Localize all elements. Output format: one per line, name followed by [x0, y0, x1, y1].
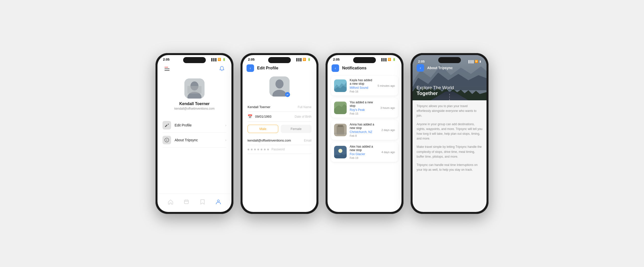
hero-title-line2: Together — [417, 91, 454, 96]
battery-icon-2: 🔋 — [307, 58, 311, 61]
back-button-3[interactable]: ‹ — [332, 64, 339, 72]
notif-img-2 — [334, 124, 347, 136]
notif-text-1: You added a new stop — [350, 101, 377, 108]
about-para-2: Make travel simple by letting Tripsync h… — [417, 145, 482, 159]
svg-point-15 — [275, 79, 284, 88]
edit-avatar[interactable] — [269, 76, 290, 97]
about-icon: i — [163, 136, 171, 144]
nav-trips[interactable] — [181, 197, 191, 207]
notif-item-2[interactable]: Anna has added a new stop Christchurch, … — [331, 120, 398, 140]
status-icons-1: ▐▐▐ 🛜 🔋 — [211, 58, 226, 61]
bottom-nav-1 — [157, 194, 231, 212]
notif-item-3[interactable]: Alex has added a new stop Fox Glacier Fe… — [331, 142, 398, 162]
wifi-icon-1: 🛜 — [218, 58, 221, 61]
svg-rect-1 — [165, 69, 170, 69]
hero-title-line1: Explore The World — [417, 85, 454, 91]
back-button-2[interactable]: ‹ — [247, 64, 254, 72]
gender-selector: Male Female — [248, 125, 311, 133]
notif-location-3: Fox Glacier — [350, 152, 378, 156]
notif-img-0 — [334, 79, 347, 92]
menu-icon-btn[interactable] — [163, 64, 172, 73]
svg-rect-0 — [165, 67, 168, 68]
profile-section: Kendall Toerner kendall@offsetinventions… — [157, 76, 231, 115]
status-icons-4: ▐▐▐ 🛜 ▮ — [468, 60, 481, 63]
dob-value: 09/01/1993 — [255, 115, 292, 118]
notif-body-3: Alex has added a new stop Fox Glacier Fe… — [350, 145, 378, 159]
dob-label: Date of Birth — [295, 115, 311, 118]
back-button-4[interactable]: ‹ — [417, 64, 424, 72]
about-label: About Tripsync — [175, 138, 225, 142]
wifi-icon-3: 🛜 — [388, 58, 391, 61]
svg-point-13 — [217, 200, 219, 202]
status-time-4: 2:05 — [418, 60, 425, 63]
battery-icon-4: ▮ — [479, 60, 481, 63]
full-name-field[interactable]: Kendall Toerner Full Name — [248, 103, 311, 112]
signal-icon-1: ▐▐▐ — [211, 58, 216, 61]
svg-rect-6 — [187, 86, 202, 94]
email-field[interactable]: kendall@offsetinventions.com Email — [248, 136, 311, 145]
svg-rect-19 — [335, 103, 345, 109]
notif-item-1[interactable]: You added a new stop Roy's Peak Feb 15 3… — [331, 98, 398, 118]
about-nav-header: ‹ About Tripsync — [413, 64, 487, 72]
status-time-3: 2:05 — [333, 58, 340, 61]
full-name-value: Kendall Toerner — [248, 105, 295, 109]
status-time-1: 2:05 — [163, 58, 170, 61]
notif-date-3: Feb 19 — [350, 156, 378, 159]
status-icons-2: ▐▐▐ 🛜 🔋 — [296, 58, 311, 61]
dynamic-island-4 — [438, 57, 461, 63]
menu-item-about[interactable]: i About Tripsync › — [163, 133, 226, 148]
nav-saved[interactable] — [197, 197, 208, 207]
edit-avatar-badge[interactable] — [285, 92, 290, 97]
full-name-label: Full Name — [298, 105, 311, 109]
bell-icon-btn[interactable] — [217, 64, 226, 73]
notif-item-0[interactable]: Kayla has added a new stop Milford Sound… — [331, 76, 398, 96]
menu-list: Edit Profile › i About Tripsync › — [157, 115, 231, 194]
phone1-content: Kendall Toerner kendall@offsetinventions… — [157, 62, 231, 212]
notif-header: ‹ Notifications — [328, 62, 401, 74]
about-para-1: Anyone in your group can add destination… — [417, 122, 482, 141]
svg-rect-22 — [338, 125, 343, 127]
notif-time-0: 5 minutes ago — [378, 84, 395, 87]
signal-icon-2: ▐▐▐ — [296, 58, 301, 61]
avatar-placeholder — [184, 78, 205, 99]
signal-icon-3: ▐▐▐ — [381, 58, 386, 61]
dob-field[interactable]: 📅 09/01/1993 Date of Birth — [248, 112, 311, 122]
email-label: Email — [304, 139, 311, 142]
notif-body-1: You added a new stop Roy's Peak Feb 15 — [350, 101, 377, 115]
notif-text-0: Kayla has added a new stop — [350, 78, 375, 85]
about-chevron: › — [225, 138, 226, 142]
notif-time-2: 2 days ago — [381, 128, 395, 131]
password-label: Password — [271, 148, 285, 151]
notif-time-1: 3 hours ago — [380, 106, 395, 109]
battery-icon-3: 🔋 — [392, 58, 396, 61]
signal-icon-4: ▐▐▐ — [468, 60, 473, 63]
edit-avatar-section — [248, 76, 311, 97]
dynamic-island-2 — [268, 57, 291, 63]
phone2-content: ‹ Edit Profile — [243, 62, 316, 212]
dynamic-island-3 — [353, 57, 376, 63]
phone-notifications: 2:05 ▐▐▐ 🛜 🔋 ‹ Notifications — [326, 53, 404, 214]
edit-profile-label: Edit Profile — [175, 123, 225, 127]
notif-img-1 — [334, 102, 347, 114]
nav-home[interactable] — [166, 197, 176, 207]
about-title: About Tripsync — [427, 66, 453, 70]
edit-profile-icon — [163, 121, 171, 129]
about-para-3: Tripsync can handle real time interrupti… — [417, 163, 482, 172]
notif-date-1: Feb 15 — [350, 112, 377, 115]
password-field[interactable]: Password — [248, 145, 311, 154]
notif-time-3: 4 days ago — [381, 151, 395, 154]
gender-male-btn[interactable]: Male — [248, 125, 278, 133]
notification-list: Kayla has added a new stop Milford Sound… — [328, 74, 401, 212]
gender-female-btn[interactable]: Female — [281, 125, 311, 133]
calendar-icon: 📅 — [248, 114, 253, 119]
nav-profile[interactable] — [213, 197, 223, 207]
edit-profile-title: Edit Profile — [257, 66, 278, 70]
svg-rect-9 — [184, 200, 188, 204]
battery-icon-1: 🔋 — [222, 58, 226, 61]
menu-item-edit-profile[interactable]: Edit Profile › — [163, 118, 226, 133]
svg-rect-2 — [165, 70, 170, 71]
notif-text-3: Alex has added a new stop — [350, 145, 378, 152]
phone-about: 2:05 ▐▐▐ 🛜 ▮ ‹ About Tripsync Explore Th… — [411, 53, 489, 214]
notif-location-1: Roy's Peak — [350, 108, 377, 112]
svg-text:i: i — [166, 139, 167, 142]
